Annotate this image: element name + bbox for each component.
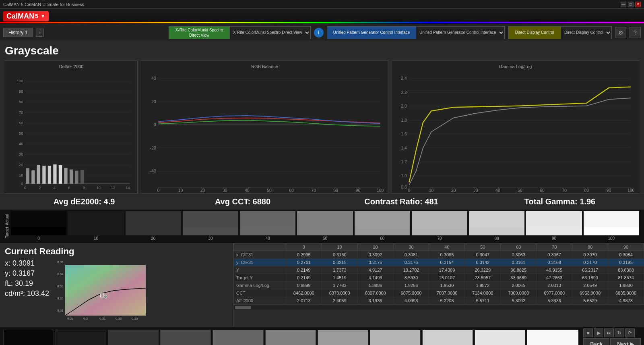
tab-add-button[interactable]: + <box>36 29 44 37</box>
svg-text:1.0: 1.0 <box>401 174 407 178</box>
rgb-svg: 40 20 0 -20 -40 0 10 20 30 40 50 60 70 8… <box>144 69 385 195</box>
svg-text:1.6: 1.6 <box>401 132 407 136</box>
table-row: x: CIE310.29950.31600.30920.30810.30650.… <box>234 251 644 259</box>
next-button[interactable]: Next ▶ <box>610 338 641 345</box>
svg-rect-36 <box>59 165 62 184</box>
close-btn[interactable]: × <box>635 2 641 7</box>
svg-text:0.33: 0.33 <box>132 317 138 320</box>
svg-rect-35 <box>53 164 56 184</box>
svg-text:90: 90 <box>356 188 361 193</box>
swatch-70: 70 <box>412 211 467 241</box>
ctrl-play[interactable]: ▶ <box>594 328 603 337</box>
current-reading-title: Current Reading <box>5 246 228 257</box>
svg-rect-38 <box>70 169 73 183</box>
svg-text:0.32: 0.32 <box>116 317 122 320</box>
device-pattern-select[interactable]: Unified Pattern Generator Control Interf… <box>416 27 504 39</box>
deltaE-chart: DeltaE 2000 100 90 80 70 60 <box>5 60 138 193</box>
swatch-40: 40 <box>240 211 295 241</box>
device-xrite-select[interactable]: X-Rite ColorMunki Spectro Direct View <box>229 27 310 39</box>
table-row: CCT8462.00006373.00006807.00006875.00007… <box>234 289 644 297</box>
svg-text:0: 0 <box>21 182 23 186</box>
svg-text:2.0: 2.0 <box>401 104 407 108</box>
filmstrip-swatch-90[interactable] <box>475 330 525 345</box>
filmstrip-swatch-10[interactable] <box>56 330 106 345</box>
swatch-target-label: Target <box>5 227 9 238</box>
svg-rect-30 <box>26 168 29 183</box>
ctrl-refresh[interactable]: ⟳ <box>625 328 635 337</box>
window-title: CalMAN 5 CalMAN Ultimate for Business <box>3 2 84 7</box>
tab-label: History 1 <box>8 30 27 35</box>
filmstrip-swatch-40[interactable] <box>213 330 263 345</box>
col-header-20: 20 <box>357 243 393 251</box>
swatch-50: 50 <box>297 211 353 241</box>
gamma-svg: 2.4 2.2 2.0 1.8 1.6 1.4 1.2 1.0 0.8 0 10… <box>395 69 636 195</box>
svg-text:70: 70 <box>311 188 316 193</box>
svg-text:2: 2 <box>39 186 41 190</box>
reading-left: x: 0.3091 y: 0.3167 fL: 30.19 cd/m²: 103… <box>5 259 49 324</box>
svg-text:1.4: 1.4 <box>401 146 407 150</box>
device-info-icon[interactable]: i <box>314 28 324 37</box>
data-table-body: x: CIE310.29950.31600.30920.30810.30650.… <box>234 251 644 305</box>
help-button[interactable]: ? <box>630 27 641 38</box>
title-bar-controls: — □ × <box>621 2 641 7</box>
reading-fl: fL: 30.19 <box>5 279 49 288</box>
svg-text:-40: -40 <box>150 169 156 173</box>
horizontal-scrollbar[interactable] <box>233 305 644 310</box>
ctrl-loop[interactable]: ↻ <box>615 328 624 337</box>
filmstrip-swatch-60[interactable] <box>318 330 368 345</box>
svg-text:10: 10 <box>178 188 183 193</box>
svg-text:0: 0 <box>408 188 411 193</box>
swatch-actual-label: Actual <box>5 214 9 225</box>
device-display-select[interactable]: Direct Display Control <box>561 27 611 39</box>
svg-text:0: 0 <box>24 186 26 190</box>
svg-point-107 <box>104 295 107 298</box>
filmstrip-swatch-50[interactable] <box>265 330 316 345</box>
settings-button[interactable]: ⚙ <box>615 27 626 38</box>
svg-text:2.4: 2.4 <box>401 76 407 81</box>
filmstrip-swatch-30[interactable] <box>160 330 211 345</box>
top-toolbar: History 1 + X-Rite ColorMunki Spectro Di… <box>0 24 644 41</box>
swatch-20: 20 <box>126 211 181 241</box>
filmstrip-controls: ■ ▶ ⏭ ↻ ⟳ Back Next ▶ <box>583 328 641 345</box>
calman-logo[interactable]: CalMAN 5 ▼ <box>3 11 49 21</box>
current-reading-panel: Current Reading x: 0.3091 y: 0.3167 fL: … <box>0 243 233 327</box>
svg-rect-32 <box>37 165 40 184</box>
stat-gamma: Total Gamma: 1.96 <box>481 195 639 208</box>
minimize-btn[interactable]: — <box>621 2 626 7</box>
svg-text:0.32: 0.32 <box>57 297 64 300</box>
tab-history1[interactable]: History 1 <box>3 28 33 37</box>
app-version: 5 <box>35 13 38 19</box>
maximize-btn[interactable]: □ <box>628 2 634 7</box>
swatch-90: 90 <box>526 211 582 241</box>
svg-text:10: 10 <box>19 173 23 177</box>
swatch-container: 0 10 20 30 40 <box>11 210 639 242</box>
svg-text:80: 80 <box>584 188 589 193</box>
swatches-row: Actual Target 0 10 20 30 <box>0 210 644 242</box>
ctrl-row-2: Back Next ▶ <box>583 338 641 345</box>
ctrl-skip-end[interactable]: ⏭ <box>604 328 614 337</box>
scrollbar-thumb[interactable] <box>235 306 251 309</box>
filmstrip-swatch-20[interactable] <box>108 330 159 345</box>
svg-text:90: 90 <box>19 89 23 94</box>
svg-text:6: 6 <box>68 186 70 190</box>
svg-text:50: 50 <box>518 188 522 193</box>
filmstrip-swatch-70[interactable] <box>370 330 421 345</box>
back-button[interactable]: Back <box>583 338 609 345</box>
rgb-balance-chart: RGB Balance 40 20 0 -20 -40 0 10 20 <box>141 60 388 193</box>
ctrl-stop[interactable]: ■ <box>583 328 593 337</box>
svg-text:100: 100 <box>377 188 384 193</box>
grayscale-title: Grayscale <box>5 44 639 57</box>
filmstrip-swatch-80[interactable] <box>422 330 473 345</box>
reading-cdm2: cd/m²: 103.42 <box>5 289 49 298</box>
filmstrip: ■ ▶ ⏭ ↻ ⟳ Back Next ▶ <box>0 327 644 345</box>
logo-dropdown-arrow[interactable]: ▼ <box>41 13 45 19</box>
reading-y: y: 0.3167 <box>5 269 49 278</box>
svg-rect-40 <box>80 170 84 183</box>
svg-rect-102 <box>65 265 146 316</box>
filmstrip-swatch-100[interactable] <box>527 330 578 345</box>
svg-text:70: 70 <box>562 188 567 193</box>
data-table: 0 10 20 30 40 50 60 70 80 90 x: CIE310.2… <box>233 243 644 305</box>
filmstrip-swatch-0[interactable] <box>3 330 54 345</box>
svg-text:40: 40 <box>245 188 250 193</box>
rainbow-bar <box>0 22 644 23</box>
